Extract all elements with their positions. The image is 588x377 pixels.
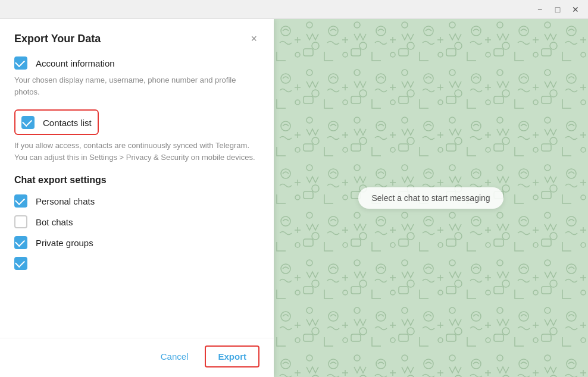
dialog-header: Export Your Data × — [0, 19, 274, 56]
window-close-button[interactable]: ✕ — [568, 4, 583, 15]
dialog-close-button[interactable]: × — [248, 31, 259, 46]
dialog-content: Account information Your chosen display … — [0, 56, 274, 338]
contacts-list-label: Contacts list — [43, 115, 92, 129]
contacts-list-description: If you allow access, contacts are contin… — [14, 140, 259, 163]
account-info-label: Account information — [36, 56, 115, 70]
private-groups-checkbox-wrap[interactable] — [14, 236, 27, 249]
maximize-button[interactable]: □ — [550, 4, 565, 15]
bot-chats-label: Bot chats — [36, 215, 73, 228]
personal-chats-row: Personal chats — [14, 194, 259, 208]
title-bar: − □ ✕ — [0, 0, 588, 19]
account-info-checkbox-wrap[interactable] — [14, 56, 27, 70]
account-info-description: Your chosen display name, username, phon… — [14, 74, 259, 98]
cancel-button[interactable]: Cancel — [151, 347, 198, 366]
personal-chats-checkbox-wrap[interactable] — [14, 194, 27, 208]
bot-chats-row: Bot chats — [14, 215, 259, 228]
chat-export-heading: Chat export settings — [14, 175, 259, 186]
private-groups-row: Private groups — [14, 235, 259, 249]
private-groups-label: Private groups — [36, 235, 93, 249]
dialog-title: Export Your Data — [14, 33, 101, 45]
dialog-footer: Cancel Export — [0, 338, 274, 377]
chat-area: Select a chat to start messaging — [274, 19, 588, 377]
minimize-button[interactable]: − — [532, 4, 548, 15]
personal-chats-label: Personal chats — [36, 194, 95, 208]
contacts-list-checkbox-wrap[interactable] — [21, 116, 35, 129]
export-button[interactable]: Export — [205, 345, 259, 367]
main-area: Export Your Data × Account information Y… — [0, 19, 588, 377]
bot-chats-checkbox-wrap[interactable] — [14, 215, 27, 228]
contacts-list-highlight-box: Contacts list — [14, 109, 99, 135]
extra-checkbox-wrap[interactable] — [14, 257, 27, 270]
select-chat-message: Select a chat to start messaging — [358, 187, 503, 209]
account-info-row: Account information — [14, 56, 259, 70]
extra-row — [14, 256, 259, 270]
export-dialog: Export Your Data × Account information Y… — [0, 19, 274, 377]
